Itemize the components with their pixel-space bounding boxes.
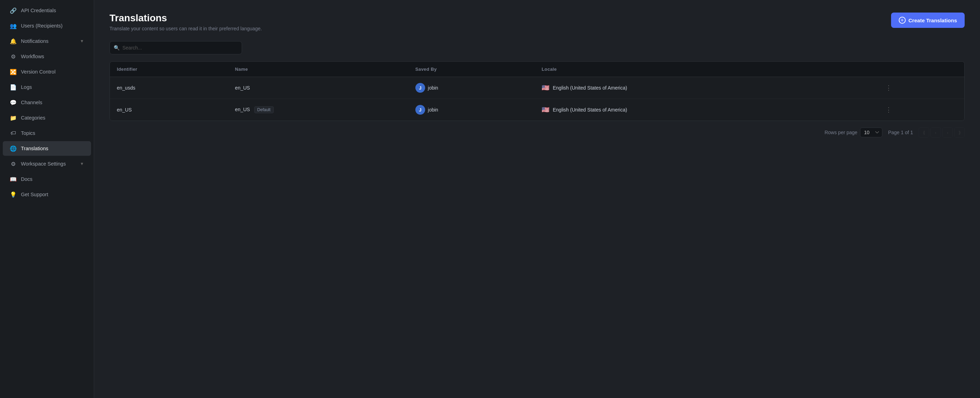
more-options-button-1[interactable]: ⋮: [883, 105, 894, 115]
sidebar-label-translations: Translations: [21, 146, 84, 151]
rows-per-page-control: Rows per page 102550100: [824, 128, 882, 137]
table-row: en_usds en_US J jobin 🇺🇸 English (United…: [110, 77, 964, 99]
sidebar-item-get-support[interactable]: 💡 Get Support: [3, 187, 91, 202]
page-header: Translations Translate your content so u…: [110, 13, 965, 32]
sidebar-label-workflows: Workflows: [21, 54, 84, 59]
sidebar-label-users-recipients: Users (Recipients): [21, 23, 84, 29]
first-page-button[interactable]: ⟪: [919, 127, 929, 138]
sidebar-item-docs[interactable]: 📖 Docs: [3, 172, 91, 186]
sidebar-item-topics[interactable]: 🏷 Topics: [3, 126, 91, 140]
page-subtitle: Translate your content so users can read…: [110, 26, 262, 32]
page-info: Page 1 of 1: [888, 130, 913, 135]
translations-icon: 🌐: [10, 145, 17, 152]
main-content: Translations Translate your content so u…: [94, 0, 980, 398]
sidebar-item-api-credentials[interactable]: 🔗 API Credentials: [3, 3, 91, 18]
chevron-icon: ▼: [80, 161, 84, 166]
col-identifier: Identifier: [110, 62, 228, 77]
flag-icon-1: 🇺🇸: [542, 106, 549, 114]
sidebar-item-notifications[interactable]: 🔔 Notifications ▼: [3, 34, 91, 48]
page-title-block: Translations Translate your content so u…: [110, 13, 262, 32]
locale-text-1: English (United States of America): [553, 107, 627, 113]
page-nav-buttons: ⟪ ‹ › ⟫: [919, 127, 965, 138]
sidebar-item-categories[interactable]: 📁 Categories: [3, 111, 91, 125]
last-page-button[interactable]: ⟫: [954, 127, 965, 138]
get-support-icon: 💡: [10, 191, 17, 198]
pagination: Rows per page 102550100 Page 1 of 1 ⟪ ‹ …: [110, 127, 965, 138]
logs-icon: 📄: [10, 84, 17, 90]
sidebar-label-notifications: Notifications: [21, 38, 76, 44]
docs-icon: 📖: [10, 176, 17, 182]
sidebar-item-users-recipients[interactable]: 👥 Users (Recipients): [3, 19, 91, 33]
table-row: en_US en_US Default J jobin 🇺🇸 English (…: [110, 99, 964, 121]
channels-icon: 💬: [10, 99, 17, 106]
cell-identifier-1: en_US: [110, 99, 228, 121]
table-header: Identifier Name Saved By Locale: [110, 62, 964, 77]
cell-actions-0: ⋮: [876, 77, 964, 99]
sidebar-label-get-support: Get Support: [21, 192, 84, 197]
search-input[interactable]: [110, 41, 242, 54]
sidebar-item-translations[interactable]: 🌐 Translations: [3, 141, 91, 156]
sidebar-label-categories: Categories: [21, 115, 84, 121]
plus-icon: +: [899, 17, 906, 24]
default-badge-1: Default: [254, 106, 274, 113]
create-button-label: Create Translations: [908, 17, 957, 23]
workspace-settings-icon: ⚙: [10, 160, 17, 167]
cell-locale-0: 🇺🇸 English (United States of America): [535, 77, 876, 99]
sidebar: 🔗 API Credentials 👥 Users (Recipients) 🔔…: [0, 0, 94, 398]
cell-actions-1: ⋮: [876, 99, 964, 121]
more-options-button-0[interactable]: ⋮: [883, 82, 894, 93]
rows-per-page-select[interactable]: 102550100: [860, 128, 882, 137]
sidebar-label-api-credentials: API Credentials: [21, 8, 84, 13]
sidebar-item-channels[interactable]: 💬 Channels: [3, 95, 91, 110]
categories-icon: 📁: [10, 114, 17, 121]
sidebar-label-docs: Docs: [21, 176, 84, 182]
rows-per-page-label: Rows per page: [824, 130, 857, 135]
saved-by-name-1: jobin: [428, 107, 438, 113]
cell-locale-1: 🇺🇸 English (United States of America): [535, 99, 876, 121]
table-body: en_usds en_US J jobin 🇺🇸 English (United…: [110, 77, 964, 121]
col-saved-by: Saved By: [408, 62, 535, 77]
chevron-icon: ▼: [80, 39, 84, 44]
sidebar-label-logs: Logs: [21, 84, 84, 90]
notifications-icon: 🔔: [10, 38, 17, 44]
sidebar-item-version-control[interactable]: 🔀 Version Control: [3, 65, 91, 79]
cell-saved-by-1: J jobin: [408, 99, 535, 121]
create-translations-button[interactable]: + Create Translations: [891, 13, 965, 28]
sidebar-item-logs[interactable]: 📄 Logs: [3, 80, 91, 94]
api-credentials-icon: 🔗: [10, 7, 17, 14]
search-wrapper: 🔍: [110, 41, 242, 54]
sidebar-label-version-control: Version Control: [21, 69, 84, 75]
version-control-icon: 🔀: [10, 68, 17, 75]
page-title: Translations: [110, 13, 262, 24]
prev-page-button[interactable]: ‹: [931, 127, 941, 138]
col-actions: [876, 62, 964, 77]
topics-icon: 🏷: [10, 130, 17, 136]
avatar-1: J: [415, 105, 425, 115]
search-icon: 🔍: [114, 45, 119, 51]
cell-identifier-0: en_usds: [110, 77, 228, 99]
col-name: Name: [228, 62, 408, 77]
sidebar-label-channels: Channels: [21, 100, 84, 105]
flag-icon-0: 🇺🇸: [542, 84, 549, 92]
cell-saved-by-0: J jobin: [408, 77, 535, 99]
users-recipients-icon: 👥: [10, 22, 17, 29]
cell-name-0: en_US: [228, 77, 408, 99]
avatar-0: J: [415, 83, 425, 93]
locale-text-0: English (United States of America): [553, 85, 627, 90]
sidebar-label-workspace-settings: Workspace Settings: [21, 161, 76, 166]
saved-by-name-0: jobin: [428, 85, 438, 90]
workflows-icon: ⚙: [10, 53, 17, 60]
col-locale: Locale: [535, 62, 876, 77]
sidebar-label-topics: Topics: [21, 130, 84, 136]
cell-name-1: en_US Default: [228, 99, 408, 121]
sidebar-item-workspace-settings[interactable]: ⚙ Workspace Settings ▼: [3, 157, 91, 171]
sidebar-item-workflows[interactable]: ⚙ Workflows: [3, 49, 91, 64]
translations-table: Identifier Name Saved By Locale en_usds …: [110, 61, 965, 121]
next-page-button[interactable]: ›: [942, 127, 953, 138]
